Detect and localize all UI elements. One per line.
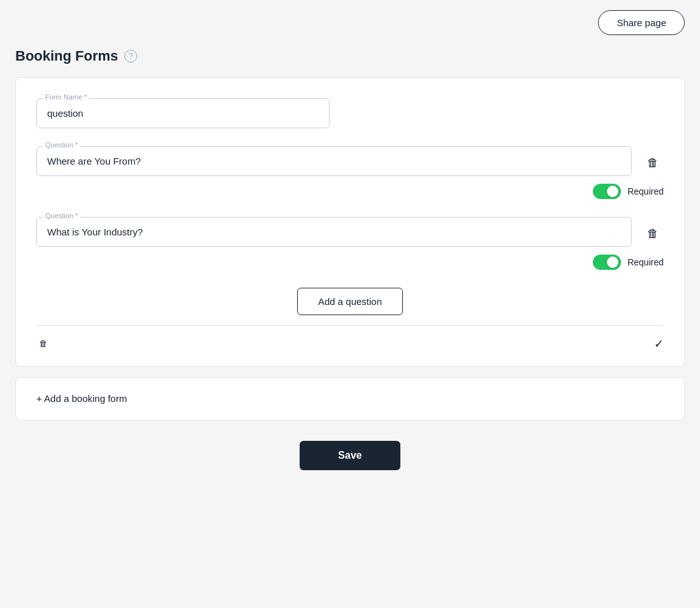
question-1-group: Question * 🗑 Required xyxy=(36,146,664,199)
form-card: Form Name * Question * 🗑 xyxy=(15,77,685,367)
top-bar: Share page xyxy=(15,10,685,35)
add-question-button[interactable]: Add a question xyxy=(297,288,403,315)
question-2-required-label: Required xyxy=(627,257,664,267)
toggle-track xyxy=(593,184,621,199)
share-page-button[interactable]: Share page xyxy=(598,10,685,35)
page-title: Booking Forms xyxy=(15,48,118,64)
trash-icon: 🗑 xyxy=(647,156,659,170)
toggle-thumb-2 xyxy=(607,256,618,268)
form-name-input[interactable] xyxy=(36,98,330,128)
add-booking-form-card[interactable]: + Add a booking form xyxy=(15,377,685,420)
question-1-required-row: Required xyxy=(36,184,664,199)
question-1-wrapper: Question * xyxy=(36,146,632,176)
form-name-group: Form Name * xyxy=(36,98,664,128)
trash-icon-2: 🗑 xyxy=(647,227,659,241)
help-icon[interactable]: ? xyxy=(124,50,137,63)
delete-question-2-button[interactable]: 🗑 xyxy=(642,222,664,246)
question-1-row: Question * 🗑 xyxy=(36,146,664,176)
question-1-required-label: Required xyxy=(627,186,664,196)
form-name-wrapper: Form Name * xyxy=(36,98,330,128)
trash-icon-footer: 🗑 xyxy=(39,339,47,348)
question-2-group: Question * 🗑 Required xyxy=(36,217,664,270)
question-2-row: Question * 🗑 xyxy=(36,217,664,247)
question-2-required-row: Required xyxy=(36,255,664,270)
question-2-input[interactable] xyxy=(36,217,632,247)
save-button[interactable]: Save xyxy=(300,441,400,470)
toggle-thumb xyxy=(607,186,618,197)
add-booking-form-label: + Add a booking form xyxy=(36,393,127,404)
toggle-track-2 xyxy=(593,255,621,270)
delete-question-1-button[interactable]: 🗑 xyxy=(642,151,664,175)
page-header: Booking Forms ? xyxy=(15,48,685,64)
delete-form-button[interactable]: 🗑 xyxy=(36,336,50,351)
check-icon: ✓ xyxy=(654,337,664,351)
card-footer: 🗑 ✓ xyxy=(36,325,664,351)
question-1-input[interactable] xyxy=(36,146,632,176)
question-2-wrapper: Question * xyxy=(36,217,632,247)
question-1-required-toggle[interactable] xyxy=(593,184,621,199)
question-2-required-toggle[interactable] xyxy=(593,255,621,270)
